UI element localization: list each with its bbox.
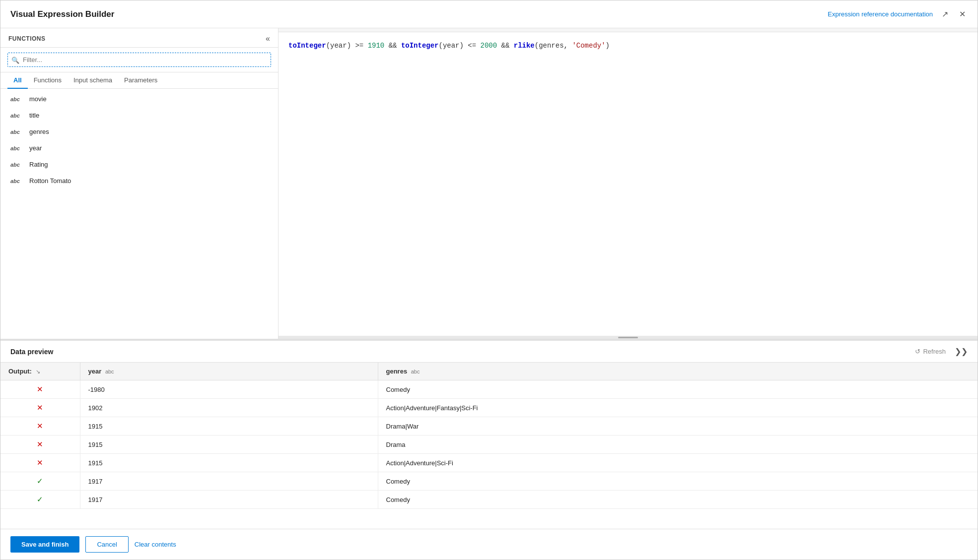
filter-container: 🔍 [0,48,278,72]
table-row: ✕ 1902 Action|Adventure|Fantasy|Sci-Fi [0,399,978,417]
td-output: ✓ [0,472,80,491]
td-genres: Comedy [378,491,978,509]
th-genres-label: genres [386,368,409,375]
cancel-button[interactable]: Cancel [85,536,128,553]
save-finish-button[interactable]: Save and finish [10,536,79,553]
top-section: FUNCTIONS « 🔍 All Functions Input schema… [0,28,978,340]
drag-handle[interactable] [279,336,978,339]
dialog-title: Visual Expression Builder [10,9,114,19]
collapse-preview-button[interactable]: ❯❯ [955,347,968,356]
td-genres: Action|Adventure|Sci-Fi [378,454,978,472]
tab-input-schema[interactable]: Input schema [68,72,118,89]
visual-expression-builder-dialog: Visual Expression Builder Expression ref… [0,0,978,560]
td-year: 1915 [80,454,378,472]
td-output: ✕ [0,399,80,417]
search-icon: 🔍 [11,56,19,63]
code-string: 'Comedy' [572,42,605,50]
table-row: ✓ 1917 Comedy [0,472,978,491]
table-header: Output: ↘ year abc genres abc [0,363,978,380]
sidebar-tabs: All Functions Input schema Parameters [0,72,278,89]
editor-scrollbar[interactable] [279,28,978,32]
item-name: title [29,112,39,119]
table-row: ✕ 1915 Drama|War [0,417,978,436]
preview-actions: ↺ Refresh ❯❯ [911,346,968,357]
item-name: genres [29,128,49,135]
tab-functions[interactable]: Functions [28,72,68,89]
filter-input[interactable] [7,53,271,67]
type-badge: abc [10,178,24,184]
filter-wrapper: 🔍 [7,53,271,67]
refresh-button[interactable]: ↺ Refresh [911,346,950,357]
code-tointeger: toInteger [288,42,326,50]
table-row: ✕ 1915 Action|Adventure|Sci-Fi [0,454,978,472]
td-year: 1902 [80,399,378,417]
th-output: Output: ↘ [0,363,80,380]
th-year: year abc [80,363,378,380]
output-true-icon: ✓ [8,495,72,504]
drag-handle-inner [618,337,638,338]
td-year: -1980 [80,380,378,399]
th-year-type: abc [105,369,114,374]
td-genres: Comedy [378,472,978,491]
td-genres: Drama [378,436,978,454]
output-true-icon: ✓ [8,477,72,486]
td-year: 1917 [80,472,378,491]
code-tointeger2: toInteger [401,42,439,50]
schema-list: abc movie abc title abc genres abc year [0,89,278,339]
th-output-label: Output: [8,368,34,375]
output-false-icon: ✕ [8,458,72,467]
sidebar-header: FUNCTIONS « [0,28,278,48]
td-genres: Drama|War [378,417,978,436]
tab-all[interactable]: All [7,72,28,89]
refresh-icon: ↺ [915,348,920,355]
th-year-label: year [88,368,103,375]
clear-contents-link[interactable]: Clear contents [135,541,176,548]
doc-link[interactable]: Expression reference documentation [828,10,933,18]
tab-parameters[interactable]: Parameters [118,72,163,89]
data-preview-title: Data preview [10,348,53,356]
expand-button[interactable]: ↗ [940,7,950,21]
output-false-icon: ✕ [8,385,72,394]
list-item[interactable]: abc genres [0,124,278,140]
td-output: ✕ [0,436,80,454]
code-rlike: rlike [514,42,535,50]
type-badge: abc [10,96,24,102]
td-output: ✕ [0,454,80,472]
item-name: Rating [29,161,48,168]
item-name: movie [29,95,47,103]
sidebar-collapse-button[interactable]: « [266,34,270,43]
close-button[interactable]: ✕ [957,7,968,21]
output-sort-icon[interactable]: ↘ [36,369,40,374]
th-genres-type: abc [411,369,420,374]
data-preview-section: Data preview ↺ Refresh ❯❯ Output: [0,340,978,529]
expression-editor[interactable]: toInteger(year) >= 1910 && toInteger(yea… [279,32,978,336]
type-badge: abc [10,162,24,168]
td-output: ✕ [0,417,80,436]
dialog-body: FUNCTIONS « 🔍 All Functions Input schema… [0,28,978,560]
list-item[interactable]: abc Rating [0,156,278,173]
editor-area: toInteger(year) >= 1910 && toInteger(yea… [279,28,978,339]
output-false-icon: ✕ [8,422,72,431]
list-item[interactable]: abc movie [0,91,278,107]
list-item[interactable]: abc year [0,140,278,156]
list-item[interactable]: abc title [0,107,278,124]
td-output: ✓ [0,491,80,509]
preview-table: Output: ↘ year abc genres abc [0,363,978,509]
sidebar: FUNCTIONS « 🔍 All Functions Input schema… [0,28,279,339]
sidebar-title: FUNCTIONS [8,35,46,42]
output-false-icon: ✕ [8,440,72,449]
dialog-footer: Save and finish Cancel Clear contents [0,529,978,560]
table-row: ✕ 1915 Drama [0,436,978,454]
type-badge: abc [10,129,24,135]
td-year: 1915 [80,436,378,454]
refresh-label: Refresh [923,348,946,355]
list-item[interactable]: abc Rotton Tomato [0,173,278,189]
type-badge: abc [10,113,24,119]
item-name: Rotton Tomato [29,177,71,185]
th-genres: genres abc [378,363,978,380]
table-row: ✓ 1917 Comedy [0,491,978,509]
item-name: year [29,144,42,152]
preview-table-container: Output: ↘ year abc genres abc [0,363,978,529]
td-year: 1915 [80,417,378,436]
type-badge: abc [10,145,24,151]
